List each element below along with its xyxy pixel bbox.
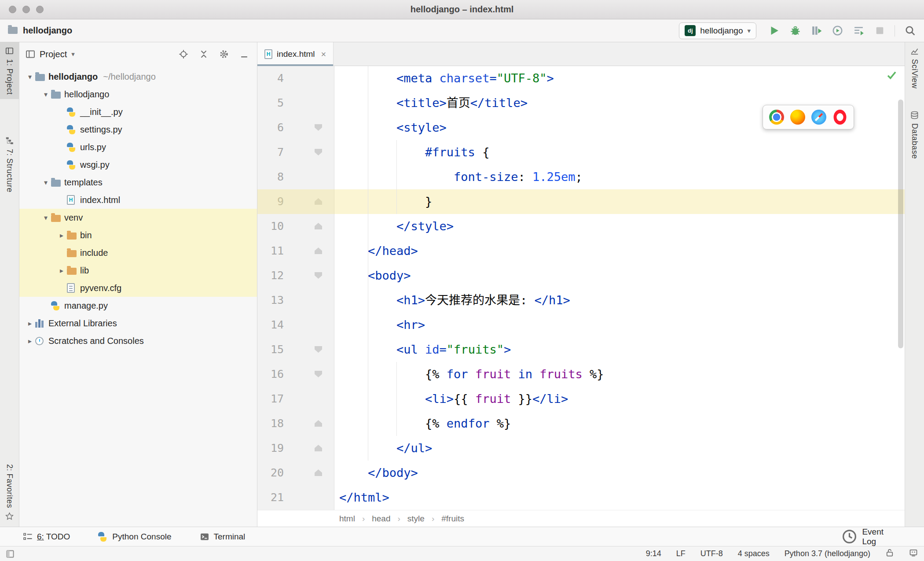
gear-icon[interactable] (219, 49, 229, 59)
tab-index-html[interactable]: H index.html × (257, 42, 334, 66)
indicator-icon[interactable] (909, 548, 918, 559)
code-line-21[interactable]: </html> (335, 485, 905, 510)
tree-item-manage-py[interactable]: manage.py (19, 297, 257, 314)
fold-marker-down[interactable] (315, 371, 322, 377)
lock-icon[interactable] (885, 548, 894, 559)
code-line-11[interactable]: </head> (335, 239, 905, 263)
code-line-4[interactable]: <meta charset="UTF-8"> (335, 66, 905, 91)
tree-item-init-py[interactable]: __init__.py (19, 103, 257, 121)
tool-button-favorites[interactable]: 2: Favorites (0, 460, 19, 525)
fold-marker-up[interactable] (315, 420, 322, 427)
chevron-down-icon[interactable]: ▾ (25, 73, 35, 81)
event-log-button[interactable]: Event Log (841, 527, 924, 546)
chevron-down-icon[interactable]: ▾ (40, 178, 51, 187)
code-line-16[interactable]: {% for fruit in fruits %} (335, 362, 905, 387)
run-with-coverage-button[interactable] (808, 23, 824, 39)
tree-item-hellodjango[interactable]: ▾hellodjango~/hellodjango (19, 68, 257, 85)
tool-button-database[interactable]: Database (905, 107, 924, 163)
run-task-button[interactable] (851, 23, 866, 39)
firefox-browser-icon[interactable] (790, 110, 805, 125)
code-line-18[interactable]: {% endfor %} (335, 411, 905, 436)
tree-item-external-libraries[interactable]: ▸External Libraries (19, 314, 257, 332)
tree-item-scratches-and-consoles[interactable]: ▸Scratches and Consoles (19, 332, 257, 350)
fold-marker-up[interactable] (315, 223, 322, 229)
tool-button-terminal[interactable]: Terminal (200, 532, 246, 542)
run-config-selector[interactable]: dj hellodjango ▾ (679, 22, 756, 39)
inspection-ok-icon[interactable] (886, 70, 898, 81)
indent-setting[interactable]: 4 spaces (738, 549, 770, 558)
close-window-button[interactable] (9, 6, 16, 13)
tool-button-sciview[interactable]: SciView (905, 42, 924, 93)
collapse-all-icon[interactable] (199, 49, 209, 59)
run-button[interactable] (766, 23, 782, 39)
caret-position[interactable]: 9:14 (646, 549, 661, 558)
tree-item-venv[interactable]: ▾venv (19, 209, 257, 226)
code-line-8[interactable]: font-size: 1.25em; (335, 165, 905, 189)
tree-item-hellodjango[interactable]: ▾hellodjango (19, 85, 257, 103)
tool-button-todo[interactable]: 6: TODO (23, 532, 70, 542)
tool-button-project[interactable]: 1: Project (0, 42, 19, 99)
tree-item-index-html[interactable]: Hindex.html (19, 191, 257, 209)
tree-item-label: __init__.py (80, 107, 123, 117)
breadcrumb-style[interactable]: style (407, 514, 425, 524)
chevron-right-icon[interactable]: ▸ (25, 337, 35, 345)
code-line-10[interactable]: </style> (335, 214, 905, 239)
close-tab-icon[interactable]: × (321, 49, 326, 59)
line-ending[interactable]: LF (676, 549, 686, 558)
toolbar-project-name[interactable]: hellodjango (23, 26, 72, 36)
fold-marker-down[interactable] (315, 346, 322, 353)
opera-browser-icon[interactable] (834, 110, 847, 125)
debug-button[interactable] (787, 23, 803, 39)
fold-marker-down[interactable] (315, 272, 322, 279)
tree-item-templates[interactable]: ▾templates (19, 173, 257, 191)
fold-marker-down[interactable] (315, 149, 322, 155)
chevron-right-icon[interactable]: ▸ (56, 231, 67, 240)
tree-item-wsgi-py[interactable]: wsgi.py (19, 156, 257, 173)
tool-button-python-console[interactable]: Python Console (98, 532, 171, 542)
fold-marker-up[interactable] (315, 469, 322, 476)
status-bar: 9:14 LF UTF-8 4 spaces Python 3.7 (hello… (0, 546, 924, 561)
code-line-7[interactable]: #fruits { (335, 140, 905, 165)
minimize-window-button[interactable] (22, 6, 30, 13)
profiler-button[interactable] (829, 23, 845, 39)
tree-item-urls-py[interactable]: urls.py (19, 138, 257, 156)
editor-scrollbar[interactable] (898, 100, 903, 348)
fold-marker-up[interactable] (315, 445, 322, 451)
code-line-15[interactable]: <ul id="fruits"> (335, 337, 905, 362)
code-line-17[interactable]: <li>{{ fruit }}</li> (335, 387, 905, 411)
zoom-window-button[interactable] (36, 6, 44, 13)
interpreter[interactable]: Python 3.7 (hellodjango) (785, 549, 870, 558)
tree-item-bin[interactable]: ▸bin (19, 226, 257, 244)
locate-file-icon[interactable] (179, 49, 188, 59)
code-line-9[interactable]: } (335, 189, 905, 214)
chevron-right-icon[interactable]: ▸ (25, 319, 35, 328)
tree-item-pyvenv-cfg[interactable]: pyvenv.cfg (19, 279, 257, 297)
chevron-right-icon[interactable]: ▸ (56, 266, 67, 275)
fold-marker-up[interactable] (315, 247, 322, 254)
project-panel-title[interactable]: Project (40, 49, 67, 59)
tree-item-lib[interactable]: ▸lib (19, 262, 257, 279)
fold-marker-down[interactable] (315, 124, 322, 131)
breadcrumb-head[interactable]: head (372, 514, 390, 524)
tree-item-label: wsgi.py (80, 160, 110, 170)
hide-panel-icon[interactable] (239, 49, 249, 59)
safari-browser-icon[interactable] (811, 110, 826, 125)
breadcrumb-html[interactable]: html (339, 514, 355, 524)
chevron-down-icon[interactable]: ▾ (71, 50, 75, 58)
code-editor[interactable]: 456789101112131415161718192021 <meta cha… (257, 66, 905, 510)
chevron-down-icon[interactable]: ▾ (40, 90, 51, 99)
chevron-down-icon[interactable]: ▾ (40, 214, 51, 222)
code-line-13[interactable]: <h1>今天推荐的水果是: </h1> (335, 288, 905, 313)
tree-item-settings-py[interactable]: settings.py (19, 121, 257, 138)
code-line-19[interactable]: </ul> (335, 436, 905, 461)
code-line-12[interactable]: <body> (335, 263, 905, 288)
tool-button-structure[interactable]: 7: Structure (0, 132, 19, 197)
tree-item-include[interactable]: include (19, 244, 257, 262)
code-line-14[interactable]: <hr> (335, 313, 905, 337)
code-line-20[interactable]: </body> (335, 461, 905, 485)
file-encoding[interactable]: UTF-8 (700, 549, 723, 558)
chrome-browser-icon[interactable] (769, 110, 784, 125)
breadcrumb-fruits[interactable]: #fruits (441, 514, 464, 524)
tool-window-switcher-icon[interactable] (0, 549, 15, 559)
search-everywhere-icon[interactable] (902, 23, 918, 39)
